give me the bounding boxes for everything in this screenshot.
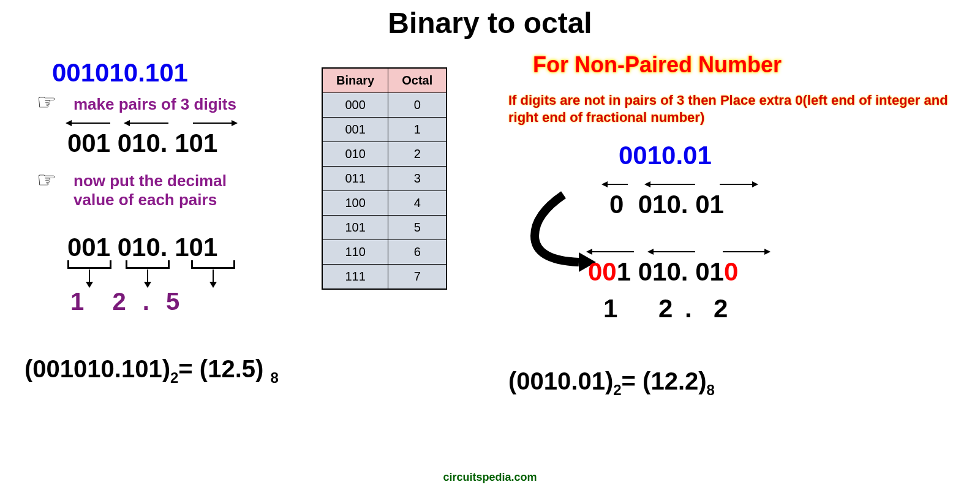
step2-line2: value of each pairs (74, 190, 217, 209)
grp-3: 01 (695, 190, 724, 219)
keep1: 1 (617, 257, 631, 286)
right-binary-input: 0010.01 (619, 141, 712, 170)
padding-zero-right: 0 (724, 257, 738, 286)
rrhs: (12.2) (643, 368, 707, 394)
left-step1-text: make pairs of 3 digits (74, 95, 236, 114)
lhs-sub: 2 (170, 369, 178, 386)
lhs: (001010.101) (24, 355, 170, 382)
rlhs-sub: 2 (613, 382, 621, 398)
oct-3: 5 (166, 288, 184, 315)
pointer-icon: ☞ (37, 167, 56, 193)
pointer-icon: ☞ (37, 89, 56, 115)
oct-1: 1 (70, 288, 89, 315)
cell-binary: 101 (322, 216, 388, 240)
pair-2b: 010 (118, 233, 160, 262)
curved-arrow-icon (530, 184, 597, 276)
rhs: (12.5) (200, 355, 264, 382)
cell-binary: 110 (322, 240, 388, 265)
cell-octal: 4 (388, 191, 447, 216)
table-row: 0011 (322, 118, 447, 142)
arrow-down-icon (147, 270, 148, 283)
table-row: 1106 (322, 240, 447, 265)
arrow-right-icon (720, 184, 753, 185)
right-note-text: If digits are not in pairs of 3 then Pla… (508, 92, 956, 126)
arrow-left-icon (606, 184, 628, 185)
grp-mid: 010 (638, 257, 681, 286)
table-header-octal: Octal (388, 68, 447, 93)
left-step2-text: now put the decimal value of each pairs (74, 172, 227, 209)
right-padded-groups: 001 010. 010 (588, 257, 738, 287)
bracket-icon (191, 260, 235, 269)
left-octal-output: 1 2 . 5 (70, 288, 184, 315)
arrow-left-icon (652, 251, 695, 252)
arrow-right-icon (193, 123, 233, 124)
arrow-left-icon (591, 251, 634, 252)
oct-2: 2 (112, 288, 130, 315)
cell-octal: 0 (388, 93, 447, 118)
cell-octal: 3 (388, 167, 447, 191)
cell-octal: 6 (388, 240, 447, 265)
arrow-right-icon (723, 251, 766, 252)
dot: . (160, 129, 168, 157)
cell-binary: 111 (322, 265, 388, 290)
pair-3: 101 (175, 129, 217, 157)
grp-1: 0 (609, 190, 624, 219)
rhs-sub: 8 (270, 369, 278, 386)
dot: . (681, 190, 688, 219)
cell-octal: 5 (388, 216, 447, 240)
left-pairs-display-2: 001 010. 101 (67, 233, 217, 262)
cell-binary: 001 (322, 118, 388, 142)
table-row: 1015 (322, 216, 447, 240)
arrow-left-icon (70, 123, 110, 124)
dot: . (143, 288, 154, 315)
right-final-equation: (0010.01)2= (12.2)8 (508, 368, 715, 399)
step2-line1: now put the decimal (74, 172, 227, 190)
cell-octal: 7 (388, 265, 447, 290)
bracket-icon (67, 260, 111, 269)
conversion-table: Binary Octal 000000110102011310041015110… (322, 67, 447, 290)
pair-3b: 101 (175, 233, 217, 262)
roct-3: 2 (714, 294, 730, 323)
right-heading: For Non-Paired Number (533, 52, 782, 78)
arrow-down-icon (89, 270, 90, 283)
roct-2: 2 (658, 294, 675, 323)
req: = (622, 368, 643, 394)
page-title: Binary to octal (0, 6, 980, 40)
right-unpadded-groups: 0 010. 01 (609, 190, 724, 219)
table-row: 0113 (322, 167, 447, 191)
left-pairs-display: 001 010. 101 (67, 129, 217, 158)
pair-1b: 001 (67, 233, 110, 262)
cell-binary: 000 (322, 93, 388, 118)
left-binary-input: 001010.101 (52, 58, 188, 88)
left-final-equation: (001010.101)2= (12.5) 8 (24, 355, 279, 386)
cell-binary: 100 (322, 191, 388, 216)
roct-1: 1 (603, 294, 620, 323)
dot: . (681, 257, 688, 286)
arrow-down-icon (213, 270, 214, 283)
pair-1: 001 (67, 129, 110, 157)
cell-binary: 011 (322, 167, 388, 191)
footer-credit: circuitspedia.com (0, 471, 980, 484)
rlhs: (0010.01) (508, 368, 613, 394)
bracket-icon (126, 260, 170, 269)
cell-octal: 2 (388, 142, 447, 167)
keep3: 01 (695, 257, 724, 286)
pair-2: 010 (118, 129, 160, 157)
eq: = (178, 355, 199, 382)
arrow-left-icon (649, 184, 695, 185)
grp-2: 010 (638, 190, 681, 219)
rrhs-sub: 8 (707, 382, 715, 398)
dot: . (685, 294, 695, 323)
padding-zeros-left: 00 (588, 257, 617, 286)
right-octal-output: 1 2 . 2 (603, 294, 730, 323)
table-row: 0102 (322, 142, 447, 167)
table-row: 0000 (322, 93, 447, 118)
cell-binary: 010 (322, 142, 388, 167)
dot: . (160, 233, 168, 262)
table-header-binary: Binary (322, 68, 388, 93)
table-row: 1004 (322, 191, 447, 216)
table-row: 1117 (322, 265, 447, 290)
arrow-left-icon (129, 123, 168, 124)
cell-octal: 1 (388, 118, 447, 142)
